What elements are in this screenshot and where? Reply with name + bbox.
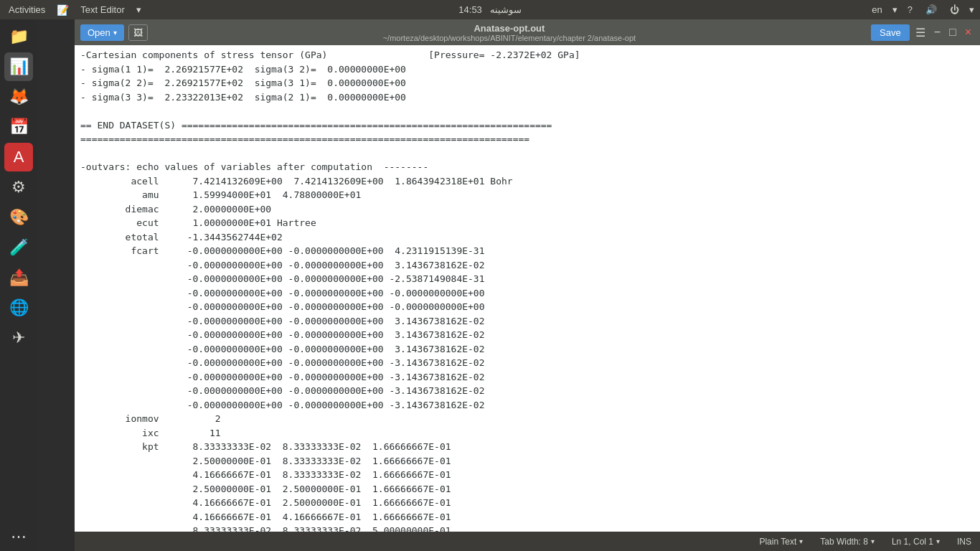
cursor-pos-label: Ln 1, Col 1 — [892, 537, 933, 547]
insert-mode-label: INS — [957, 537, 971, 547]
text-editor-area[interactable]: -Cartesian components of stress tensor (… — [75, 45, 980, 532]
volume-btn[interactable]: 🔊 — [923, 4, 940, 15]
topbar-right: en ▾ ? 🔊 ⏻ ▾ — [869, 4, 974, 15]
minimize-button[interactable]: − — [931, 26, 943, 39]
window: Open ▾ 🖼 Anatase-opt.out ~/morteza/deskt… — [75, 19, 980, 551]
arabic-label: سوشینه — [490, 4, 522, 15]
tab-width-chevron: ▾ — [871, 537, 875, 545]
dock-monitor[interactable]: 📊 — [4, 52, 33, 81]
maximize-button[interactable]: □ — [946, 26, 959, 39]
dock-filezilla[interactable]: 📤 — [4, 263, 33, 292]
plain-text-label: Plain Text — [759, 537, 796, 547]
lang-arrow: ▾ — [892, 4, 897, 15]
tab-width-label: Tab Width: 8 — [820, 537, 868, 547]
cursor-position[interactable]: Ln 1, Col 1 ▾ — [889, 537, 943, 547]
open-label: Open — [88, 27, 110, 38]
hamburger-menu-btn[interactable]: ☰ — [913, 26, 928, 39]
tab-width-selector[interactable]: Tab Width: 8 ▾ — [817, 537, 877, 547]
editor-content: -Cartesian components of stress tensor (… — [80, 48, 974, 532]
dock-apps[interactable]: ⋯ — [4, 522, 33, 551]
lang-btn[interactable]: en — [869, 4, 885, 15]
status-bar: Plain Text ▾ Tab Width: 8 ▾ Ln 1, Col 1 … — [75, 532, 980, 551]
save-button[interactable]: Save — [871, 24, 910, 41]
titlebar-right: Save ☰ − □ × — [871, 24, 974, 41]
clock: 14:53 — [458, 4, 482, 15]
close-button[interactable]: × — [962, 26, 974, 39]
filepath-label: ~/morteza/desktop/workshops/ABINIT/eleme… — [148, 34, 871, 42]
image-button[interactable]: 🖼 — [128, 24, 148, 41]
dock-firefox[interactable]: 🦊 — [4, 83, 33, 111]
dock-software[interactable]: A — [4, 143, 33, 171]
app-menu-btn[interactable]: Text Editor — [77, 4, 127, 15]
application-dock: 📁 📊 🦊 📅 A ⚙ 🎨 🧪 📤 🌐 ✈ ⋯ — [0, 19, 37, 551]
main-content: 📁 📊 🦊 📅 A ⚙ 🎨 🧪 📤 🌐 ✈ ⋯ Open ▾ 🖼 Anatase… — [37, 19, 980, 551]
insert-mode: INS — [954, 537, 974, 547]
topbar-left: Activities 📝 Text Editor ▾ — [6, 4, 141, 16]
cursor-pos-chevron: ▾ — [936, 537, 940, 545]
power-arrow: ▾ — [969, 4, 974, 15]
titlebar-center: Anatase-opt.out ~/morteza/desktop/worksh… — [148, 23, 871, 42]
dock-photo[interactable]: 🎨 — [4, 203, 33, 232]
app-icon: 📝 — [57, 4, 69, 16]
dock-telegram[interactable]: ✈ — [4, 324, 33, 352]
open-button[interactable]: Open ▾ — [80, 24, 124, 41]
activities-btn[interactable]: Activities — [6, 4, 48, 15]
dock-files[interactable]: 📁 — [4, 22, 33, 51]
dock-settings[interactable]: ⚙ — [4, 173, 33, 202]
app-menu-arrow: ▾ — [136, 4, 141, 15]
plain-text-selector[interactable]: Plain Text ▾ — [756, 537, 806, 547]
help-btn[interactable]: ? — [905, 4, 915, 15]
dock-calendar[interactable]: 📅 — [4, 113, 33, 141]
title-bar: Open ▾ 🖼 Anatase-opt.out ~/morteza/deskt… — [75, 19, 980, 45]
plain-text-chevron: ▾ — [799, 537, 803, 545]
filename-label: Anatase-opt.out — [473, 23, 545, 34]
open-arrow: ▾ — [113, 29, 117, 37]
power-btn[interactable]: ⏻ — [947, 4, 962, 15]
topbar-clock: سوشینه 14:53 — [458, 4, 521, 15]
dock-chemistry[interactable]: 🧪 — [4, 233, 33, 262]
system-topbar: Activities 📝 Text Editor ▾ سوشینه 14:53 … — [0, 0, 980, 19]
dock-browser2[interactable]: 🌐 — [4, 293, 33, 322]
titlebar-left: Open ▾ 🖼 — [80, 24, 148, 41]
